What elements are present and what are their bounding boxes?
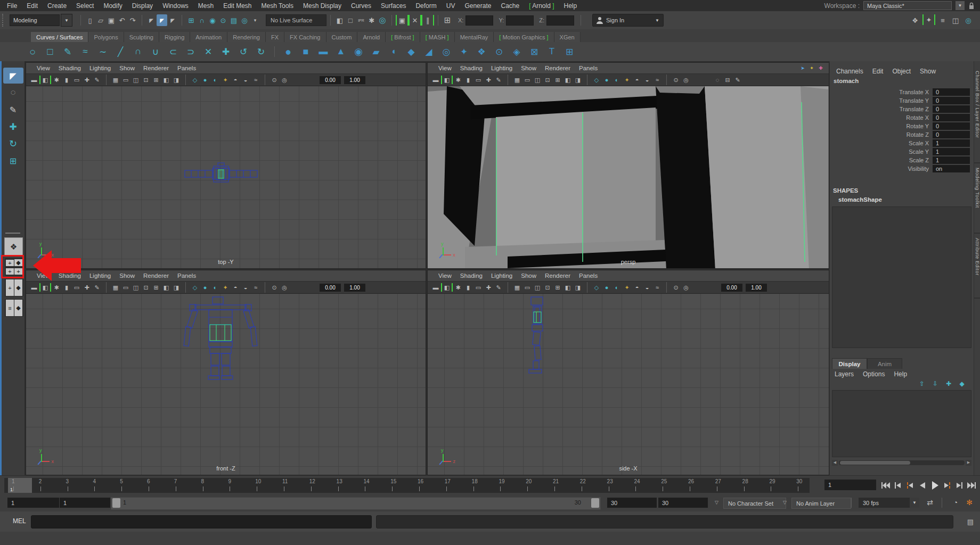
play-forwards-button[interactable] <box>929 478 941 492</box>
polygon-torus-icon[interactable]: ◉ <box>350 44 366 60</box>
snapshot-view-icon[interactable]: ✎ <box>733 75 742 85</box>
snap-options-icon[interactable]: ▾ <box>250 14 260 26</box>
viewport-menu-shading[interactable]: Shading <box>456 65 487 71</box>
selected-object-name[interactable]: stomach <box>834 78 859 84</box>
channel-box-menu-edit[interactable]: Edit <box>872 68 884 75</box>
mini-star-icon[interactable]: ✦ <box>808 64 815 72</box>
channel-label[interactable]: Scale Y <box>909 148 929 155</box>
polygon-pipe-icon[interactable]: ◎ <box>438 44 454 60</box>
shelf-tab-bifrost[interactable]: [ Bifrost ] <box>386 32 420 42</box>
scroll-right-icon[interactable]: ▶ <box>966 460 971 466</box>
polygon-pyramid-icon[interactable]: ◢ <box>421 44 437 60</box>
safe-title-icon[interactable]: ◨ <box>172 283 181 292</box>
animation-end-field[interactable]: 30 <box>658 498 708 508</box>
tab-attribute-editor[interactable]: Attribute Editor <box>974 236 980 299</box>
channel-value-field[interactable]: 1 <box>933 148 970 155</box>
shelf-tab-custom[interactable]: Custom <box>326 32 358 42</box>
create-layer-from-selected-icon[interactable]: ◆ <box>957 379 967 388</box>
viewport-menu-renderer[interactable]: Renderer <box>139 65 173 71</box>
current-frame-field[interactable]: 1 <box>824 480 876 490</box>
select-camera-icon[interactable]: ▬ <box>29 283 39 292</box>
film-gate-icon[interactable]: ▭ <box>121 75 130 85</box>
viewport-top[interactable]: ViewShadingLightingShowRendererPanels ▬◧… <box>26 62 426 269</box>
select-camera-icon[interactable]: ▬ <box>431 75 440 85</box>
shaded-mode-icon[interactable]: ● <box>602 283 611 292</box>
shelf-tab-fx-caching[interactable]: FX Caching <box>284 32 326 42</box>
menu-curves[interactable]: Curves <box>346 2 376 10</box>
insert-knot-icon[interactable]: ✚ <box>218 44 234 60</box>
select-tool-icon[interactable]: ◤ <box>3 68 23 84</box>
snap-to-projected-center-icon[interactable]: ⊙ <box>218 14 228 26</box>
channel-value-field[interactable]: 0 <box>933 122 970 130</box>
construction-plane-icon[interactable]: ⊞ <box>561 44 577 60</box>
viewport-menu-renderer[interactable]: Renderer <box>541 65 575 71</box>
render-settings-icon[interactable]: ✱ <box>366 14 377 26</box>
z-input[interactable] <box>546 15 574 26</box>
viewport-menu-show[interactable]: Show <box>115 272 139 279</box>
y-input[interactable] <box>506 15 534 26</box>
shelf-tab-arnold[interactable]: Arnold <box>357 32 386 42</box>
safe-action-icon[interactable]: ◧ <box>563 283 573 292</box>
film-gate-icon[interactable]: ▭ <box>522 75 532 85</box>
xray-mode-icon[interactable]: ◎ <box>681 283 691 292</box>
occlusion-toggle-icon[interactable]: ◒ <box>642 283 652 292</box>
safe-action-icon[interactable]: ◧ <box>161 283 171 292</box>
select-by-object-icon[interactable]: ◤ <box>157 14 167 26</box>
channel-value-field[interactable]: 0 <box>933 114 970 121</box>
cv-curve-tool-icon[interactable]: ✎ <box>60 44 76 60</box>
isolate-select-icon[interactable]: ⊙ <box>671 75 681 85</box>
viewport-menu-show[interactable]: Show <box>517 65 541 71</box>
soccer-ball-icon[interactable]: ⊙ <box>491 44 507 60</box>
arc-two-point-icon[interactable]: ∪ <box>148 44 164 60</box>
command-language-label[interactable]: MEL <box>13 517 26 525</box>
viewport-front[interactable]: ViewShadingLightingShowRendererPanels ▬◧… <box>26 270 426 475</box>
polygon-plane-icon[interactable]: ▰ <box>368 44 384 60</box>
shelf-tab-rendering[interactable]: Rendering <box>227 32 266 42</box>
attach-curves-icon[interactable]: ⊃ <box>183 44 199 60</box>
viewport-side[interactable]: ViewShadingLightingShowRendererPanels ▬◧… <box>427 270 829 475</box>
shadows-toggle-icon[interactable]: ◓ <box>231 283 240 292</box>
object-select-mask-icon[interactable]: ◌ <box>713 75 722 85</box>
detach-curves-icon[interactable]: ✕ <box>200 44 216 60</box>
viewport-menu-panels[interactable]: Panels <box>575 272 602 279</box>
snap-to-grid-icon[interactable]: ⊞ <box>186 14 197 26</box>
offset-curve-icon[interactable]: ⊂ <box>165 44 181 60</box>
lighting-toggle-icon[interactable]: ✦ <box>622 75 632 85</box>
viewport-menu-show[interactable]: Show <box>517 272 541 279</box>
xray-mode-icon[interactable]: ◎ <box>681 75 691 85</box>
layer-editor-menu-options[interactable]: Options <box>863 370 885 378</box>
shelf-tab-mash[interactable]: [ MASH ] <box>420 32 455 42</box>
motion-blur-toggle-icon[interactable]: ≈ <box>251 283 260 292</box>
lock-camera-icon[interactable]: ◧ <box>39 283 51 292</box>
gamma-field[interactable]: 1.00 <box>344 76 365 84</box>
viewport-menu-renderer[interactable]: Renderer <box>541 272 575 279</box>
field-chart-icon[interactable]: ⊞ <box>151 283 161 292</box>
menu-file[interactable]: File <box>2 2 22 10</box>
occlusion-toggle-icon[interactable]: ◒ <box>241 283 250 292</box>
channel-label[interactable]: Rotate Y <box>906 123 929 129</box>
bookmark-icon[interactable]: ▮ <box>62 283 71 292</box>
snap-to-point-icon[interactable]: ◉ <box>207 14 218 26</box>
viewport-menu-lighting[interactable]: Lighting <box>85 272 115 279</box>
go-to-end-button[interactable] <box>966 478 977 492</box>
workspace-dropdown-arrow-icon[interactable]: ▼ <box>956 1 965 10</box>
viewport-menu-shading[interactable]: Shading <box>54 65 85 71</box>
bookmark-icon[interactable]: ▮ <box>463 283 473 292</box>
menu-windows[interactable]: Windows <box>158 2 193 10</box>
field-chart-icon[interactable]: ⊞ <box>553 283 562 292</box>
motion-blur-toggle-icon[interactable]: ≈ <box>251 75 260 85</box>
channel-label[interactable]: Visibility <box>908 166 929 172</box>
menu-generate[interactable]: Generate <box>460 2 496 10</box>
undo-icon[interactable]: ↶ <box>117 14 127 26</box>
two-d-pan-zoom-icon[interactable]: ✚ <box>82 283 92 292</box>
character-set-dropdown[interactable]: No Character Set <box>723 498 786 509</box>
two-d-pan-zoom-icon[interactable]: ✚ <box>82 75 92 85</box>
make-live-icon[interactable]: ◎ <box>239 14 250 26</box>
gamma-field[interactable]: 1.00 <box>746 284 767 292</box>
step-back-frame-button[interactable] <box>892 478 904 492</box>
nurbs-square-icon[interactable]: □ <box>42 44 58 60</box>
shelf-tab-animation[interactable]: Animation <box>190 32 227 42</box>
two-d-pan-zoom-icon[interactable]: ✚ <box>484 283 493 292</box>
range-start-handle[interactable] <box>112 498 120 508</box>
grid-toggle-icon[interactable]: ▦ <box>512 283 522 292</box>
